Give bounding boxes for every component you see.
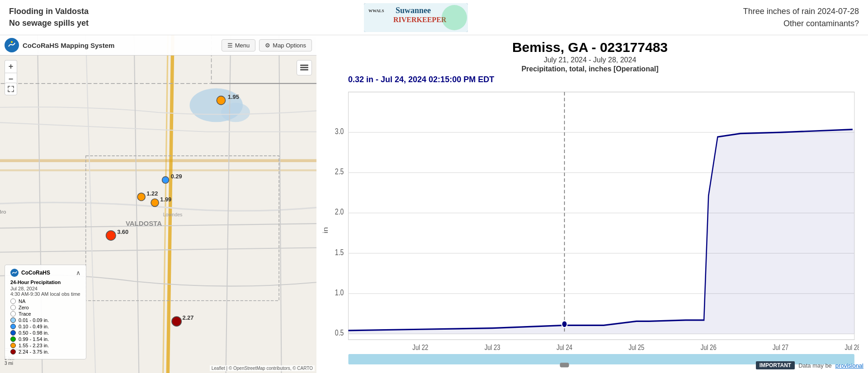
svg-text:2.0: 2.0 (335, 207, 344, 216)
svg-text:1.5: 1.5 (335, 247, 344, 256)
menu-icon: ☰ (227, 42, 233, 49)
svg-text:Coalition: Coalition (368, 21, 381, 24)
chart-title: Bemiss, GA - 023177483 (321, 40, 859, 55)
svg-text:Lowndes: Lowndes (163, 212, 183, 217)
svg-point-31 (172, 317, 181, 326)
legend-label-c1: 0.01 - 0.09 in. (19, 317, 49, 323)
legend-color-c2 (10, 324, 16, 329)
banner-contaminants-text: Other contaminants? (743, 18, 859, 30)
banner-sewage-text: No sewage spills yet (9, 18, 89, 29)
legend-color-c5 (10, 343, 16, 348)
legend-item-c4: 0.99 - 1.54 in. (10, 336, 80, 342)
svg-rect-1 (366, 4, 392, 32)
layers-button[interactable] (297, 60, 312, 75)
svg-rect-33 (300, 69, 308, 70)
svg-text:RIVERKEEPER®: RIVERKEEPER® (394, 19, 443, 26)
menu-button[interactable]: ☰ Menu (222, 39, 256, 51)
legend-color-na (10, 298, 16, 304)
svg-rect-35 (300, 65, 308, 66)
map-toolbar: CoCoRaHS Mapping System ☰ Menu ⚙ Map Opt… (0, 35, 316, 56)
gear-icon: ⚙ (265, 42, 270, 49)
legend-subtitle: 24-Hour Precipitation (10, 280, 80, 285)
svg-text:Jul 22: Jul 22 (412, 343, 428, 352)
map-options-button[interactable]: ⚙ Map Options (259, 39, 312, 51)
svg-point-25 (137, 193, 145, 200)
map-zoom-controls: + − (5, 60, 17, 85)
svg-text:Suwannee: Suwannee (396, 8, 430, 16)
legend-item-na: NA (10, 298, 80, 304)
legend-color-zero (10, 305, 16, 310)
zoom-in-button[interactable]: + (5, 60, 17, 73)
legend-item-trace: Trace (10, 311, 80, 317)
svg-point-8 (444, 6, 466, 28)
banner-rain-text: Three inches of rain 2024-07-28 (743, 5, 859, 18)
svg-text:3.0: 3.0 (335, 126, 344, 135)
legend-item-zero: Zero (10, 305, 80, 310)
svg-text:1.99: 1.99 (160, 196, 171, 203)
svg-text:Jul 23: Jul 23 (485, 343, 500, 352)
legend-item-c2: 0.10 - 0.49 in. (10, 324, 80, 329)
banner-right: Three inches of rain 2024-07-28 Other co… (743, 5, 859, 30)
legend-label-c2: 0.10 - 0.49 in. (19, 324, 49, 329)
banner-center: WWALS Watershed Coalition Inc. Suwannee … (364, 3, 468, 32)
chart-metric: Precipitation, total, inches [Operationa… (321, 65, 859, 73)
legend-color-c1 (10, 317, 16, 323)
svg-point-12 (11, 41, 13, 43)
legend-item-c7: 2.24 - 3.75 in. (10, 349, 80, 354)
chart-container[interactable]: 3.0 2.5 2.0 1.5 1.0 0.5 in J (321, 86, 859, 368)
chart-selected-value: 0.32 in - Jul 24, 2024 02:15:00 PM EDT (321, 75, 859, 84)
legend-logo-icon (10, 269, 19, 277)
legend-header: CoCoRaHS ∧ (10, 269, 80, 277)
top-banner: Flooding in Valdosta No sewage spills ye… (0, 0, 868, 35)
legend-item-c3: 0.50 - 0.98 in. (10, 330, 80, 336)
map-attribution: Leaflet | © OpenStreetMap contributors, … (210, 365, 315, 371)
svg-rect-34 (300, 67, 308, 68)
map-title: CoCoRaHS Mapping System (23, 42, 218, 49)
svg-text:1.0: 1.0 (335, 288, 344, 297)
svg-text:Jul 25: Jul 25 (628, 343, 644, 352)
svg-point-21 (217, 96, 225, 105)
banner-left: Flooding in Valdosta No sewage spills ye… (9, 6, 89, 28)
svg-point-27 (151, 199, 159, 206)
fullscreen-button[interactable] (5, 83, 17, 95)
legend-toggle-button[interactable]: ∧ (76, 269, 80, 276)
svg-text:1.95: 1.95 (228, 93, 239, 100)
svg-text:2.5: 2.5 (335, 167, 344, 176)
legend-panel: CoCoRaHS ∧ 24-Hour Precipitation Jul 28,… (5, 265, 86, 359)
svg-text:Jul 27: Jul 27 (773, 343, 788, 352)
legend-color-c7 (10, 349, 16, 354)
provisional-link[interactable]: provisional (835, 362, 863, 369)
legend-item-c5: 1.55 - 2.23 in. (10, 343, 80, 348)
svg-text:1.22: 1.22 (146, 190, 158, 197)
svg-point-9 (447, 9, 463, 25)
svg-text:Jul 24: Jul 24 (557, 343, 572, 352)
legend-time: 4:30 AM-9:30 AM local obs time (10, 291, 80, 297)
svg-text:0.5: 0.5 (335, 328, 344, 337)
banner-flood-text: Flooding in Valdosta (9, 6, 89, 17)
provisional-text: Data may be (798, 362, 832, 369)
important-badge: IMPORTANT (756, 361, 795, 369)
important-badge-area: IMPORTANT Data may be provisional (756, 361, 863, 369)
svg-text:2.27: 2.27 (182, 314, 193, 321)
legend-label-c4: 0.99 - 1.54 in. (19, 336, 49, 342)
svg-text:Jul 26: Jul 26 (701, 343, 717, 352)
main-content: CoCoRaHS Mapping System ☰ Menu ⚙ Map Opt… (0, 35, 868, 373)
chart-section: Bemiss, GA - 023177483 July 21, 2024 - J… (316, 35, 868, 373)
svg-text:Bro: Bro (0, 209, 6, 214)
svg-text:Inc.: Inc. (368, 26, 373, 29)
svg-text:3.60: 3.60 (117, 228, 128, 235)
legend-title: CoCoRaHS (21, 270, 50, 276)
svg-rect-66 (560, 363, 569, 367)
svg-point-57 (561, 321, 567, 327)
legend-color-c4 (10, 336, 16, 342)
legend-label-c5: 1.55 - 2.23 in. (19, 343, 49, 348)
legend-color-c3 (10, 330, 16, 336)
svg-point-15 (221, 103, 250, 122)
wwals-logo[interactable]: WWALS Watershed Coalition Inc. Suwannee … (364, 3, 468, 32)
legend-date: Jul 28, 2024 (10, 286, 80, 291)
svg-text:WWALS: WWALS (368, 9, 383, 14)
svg-text:Jul 28: Jul 28 (844, 343, 859, 352)
map-section: CoCoRaHS Mapping System ☰ Menu ⚙ Map Opt… (0, 35, 316, 373)
svg-text:0.29: 0.29 (171, 173, 182, 180)
legend-label-c7: 2.24 - 3.75 in. (19, 349, 49, 354)
